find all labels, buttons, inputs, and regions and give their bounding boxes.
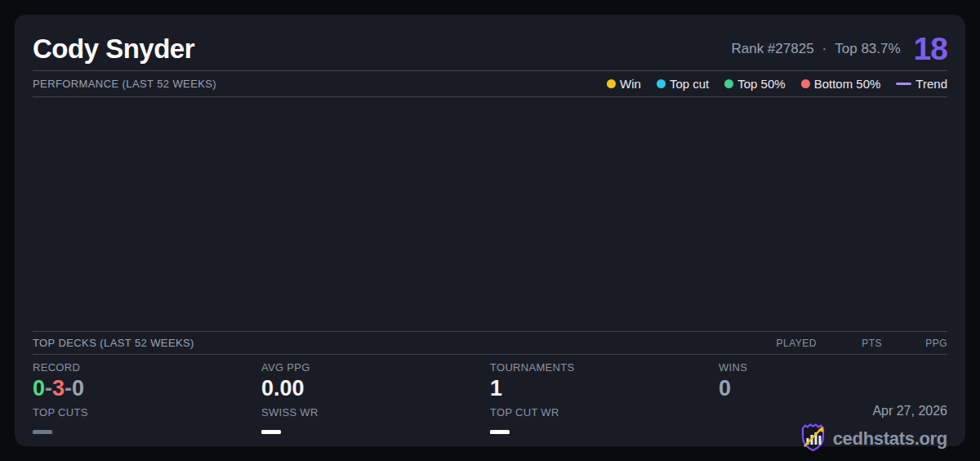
legend-label-bottom-50: Bottom 50%	[814, 77, 881, 91]
performance-header-row: PERFORMANCE (LAST 52 WEEKS) Win Top cut …	[33, 71, 947, 96]
tournaments-label: TOURNAMENTS	[490, 361, 719, 374]
bottom-50-dot-icon	[801, 79, 810, 88]
trend-line-icon	[896, 83, 911, 85]
legend-item-top-cut: Top cut	[657, 77, 709, 91]
legend-label-top-50: Top 50%	[737, 77, 785, 91]
top-cut-wr-value-dash	[490, 430, 510, 434]
swiss-wr-label: SWISS WR	[261, 406, 490, 418]
performance-title: PERFORMANCE (LAST 52 WEEKS)	[33, 78, 216, 90]
legend-item-bottom-50: Bottom 50%	[801, 77, 881, 91]
top-decks-columns: PLAYED PTS PPG	[751, 338, 947, 349]
swiss-wr-value-dash	[261, 430, 281, 434]
record-losses: 3	[52, 376, 65, 401]
column-header-ppg: PPG	[882, 338, 947, 349]
top-decks-header-row: TOP DECKS (LAST 52 WEEKS) PLAYED PTS PPG	[33, 332, 947, 354]
player-stats-card: Cody Snyder Rank #27825 · Top 83.7% 18 P…	[15, 15, 965, 446]
stat-column-wins-footer: WINS 0 Apr 27, 2026 cedhstats.org	[719, 361, 947, 455]
cedhstats-brand[interactable]: cedhstats.org	[719, 423, 947, 455]
stat-column-record: RECORD 0-3-0 TOP CUTS	[33, 361, 261, 455]
player-name: Cody Snyder	[33, 34, 194, 65]
player-score: 18	[914, 31, 947, 67]
tournaments-value: 1	[490, 376, 719, 401]
card-header: Cody Snyder Rank #27825 · Top 83.7% 18	[33, 28, 947, 69]
legend-item-trend: Trend	[896, 77, 947, 91]
top-50-dot-icon	[724, 79, 733, 88]
stat-column-avg-ppg: AVG PPG 0.00 SWISS WR	[261, 361, 490, 455]
avg-ppg-value: 0.00	[261, 376, 490, 401]
record-wins: 0	[33, 376, 45, 401]
top-decks-title: TOP DECKS (LAST 52 WEEKS)	[33, 337, 194, 349]
legend-item-win: Win	[607, 77, 641, 91]
legend-label-win: Win	[620, 77, 641, 91]
top-cut-wr-label: TOP CUT WR	[490, 406, 719, 418]
win-dot-icon	[607, 79, 616, 88]
wins-label: WINS	[719, 361, 947, 374]
avg-ppg-label: AVG PPG	[261, 361, 490, 374]
header-rank-group: Rank #27825 · Top 83.7% 18	[731, 31, 947, 67]
record-label: RECORD	[33, 361, 261, 374]
cedhstats-site-text: cedhstats.org	[833, 428, 947, 450]
performance-chart-area	[33, 97, 947, 331]
record-separator-2: -	[65, 376, 72, 401]
legend-label-top-cut: Top cut	[670, 77, 709, 91]
cedhstats-logo-icon	[800, 423, 826, 455]
legend-item-top-50: Top 50%	[724, 77, 785, 91]
chart-legend: Win Top cut Top 50% Bottom 50% Trend	[607, 77, 947, 91]
legend-label-trend: Trend	[915, 77, 947, 91]
card-date: Apr 27, 2026	[719, 404, 947, 418]
top-cuts-label: TOP CUTS	[33, 406, 261, 418]
stat-column-tournaments: TOURNAMENTS 1 TOP CUT WR	[490, 361, 719, 455]
top-percent-text: Top 83.7%	[835, 41, 900, 57]
record-value: 0-3-0	[33, 376, 261, 401]
record-draws: 0	[72, 376, 84, 401]
rank-separator-dot: ·	[822, 41, 827, 57]
record-separator-1: -	[45, 376, 52, 401]
column-header-played: PLAYED	[751, 338, 817, 349]
stats-grid: RECORD 0-3-0 TOP CUTS AVG PPG 0.00 SWISS…	[33, 355, 947, 455]
column-header-pts: PTS	[817, 338, 882, 349]
rank-text: Rank #27825	[731, 41, 813, 57]
wins-value: 0	[719, 376, 947, 401]
top-cut-dot-icon	[657, 79, 666, 88]
top-cuts-value-dash	[33, 430, 52, 434]
